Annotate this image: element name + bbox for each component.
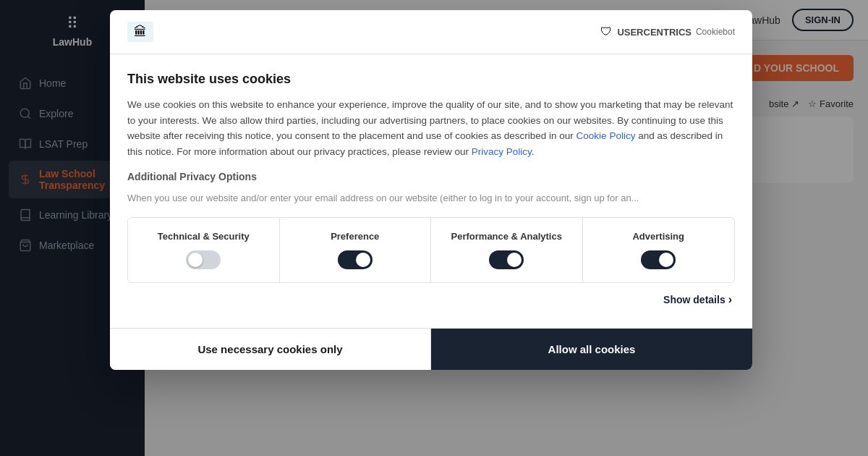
toggle-preference-label: Preference	[331, 231, 379, 242]
modal-body: This website uses cookies We use cookies…	[110, 54, 752, 328]
show-details-button[interactable]: Show details ›	[663, 293, 732, 306]
toggle-technical-knob	[188, 253, 203, 267]
usercentrics-label: USERCENTRICS	[617, 27, 692, 38]
allow-all-cookies-button[interactable]: Allow all cookies	[431, 329, 752, 370]
shield-icon: 🛡	[600, 25, 612, 38]
modal-actions: Use necessary cookies only Allow all coo…	[110, 328, 752, 370]
toggles-grid: Technical & Security Preference Performa…	[127, 217, 735, 283]
toggle-performance-switch[interactable]	[489, 250, 524, 269]
toggle-section-technical: Technical & Security	[128, 218, 280, 282]
toggle-advertising-knob	[659, 253, 673, 267]
toggle-section-advertising: Advertising	[583, 218, 735, 282]
toggle-technical-label: Technical & Security	[158, 231, 250, 242]
usercentrics-logo: 🛡 USERCENTRICS	[600, 25, 692, 38]
cookie-modal: 🏛 🛡 USERCENTRICS Cookiebot This website …	[110, 10, 752, 370]
show-details-label: Show details	[663, 294, 726, 305]
modal-header: 🏛 🛡 USERCENTRICS Cookiebot	[110, 10, 752, 54]
cookie-policy-link[interactable]: Cookie Policy	[576, 130, 636, 141]
cookiebot-label: Cookiebot	[696, 27, 735, 37]
privacy-notice: When you use our website and/or enter yo…	[127, 191, 735, 206]
building-icon: 🏛	[134, 25, 147, 40]
privacy-policy-link[interactable]: Privacy Policy	[472, 146, 532, 157]
modal-title: This website uses cookies	[127, 72, 735, 87]
modal-description: We use cookies on this website to enhanc…	[127, 97, 735, 159]
modal-logo: 🏛	[127, 22, 153, 42]
toggle-advertising-switch[interactable]	[641, 250, 676, 269]
toggle-section-preference: Preference	[280, 218, 432, 282]
toggle-preference-knob	[356, 253, 370, 267]
toggle-technical-switch[interactable]	[186, 250, 221, 269]
toggle-performance-knob	[507, 253, 522, 267]
necessary-cookies-button[interactable]: Use necessary cookies only	[110, 329, 431, 370]
show-details-row: Show details ›	[127, 283, 735, 316]
usercentrics-brand: 🛡 USERCENTRICS Cookiebot	[600, 25, 735, 38]
toggle-advertising-label: Advertising	[632, 231, 684, 242]
modal-logo-icon: 🏛	[127, 22, 153, 42]
chevron-right-icon: ›	[728, 293, 732, 306]
additional-privacy-title: Additional Privacy Options	[127, 171, 735, 182]
toggle-section-performance: Performance & Analytics	[431, 218, 583, 282]
toggle-performance-label: Performance & Analytics	[451, 231, 562, 242]
toggle-preference-switch[interactable]	[338, 250, 373, 269]
